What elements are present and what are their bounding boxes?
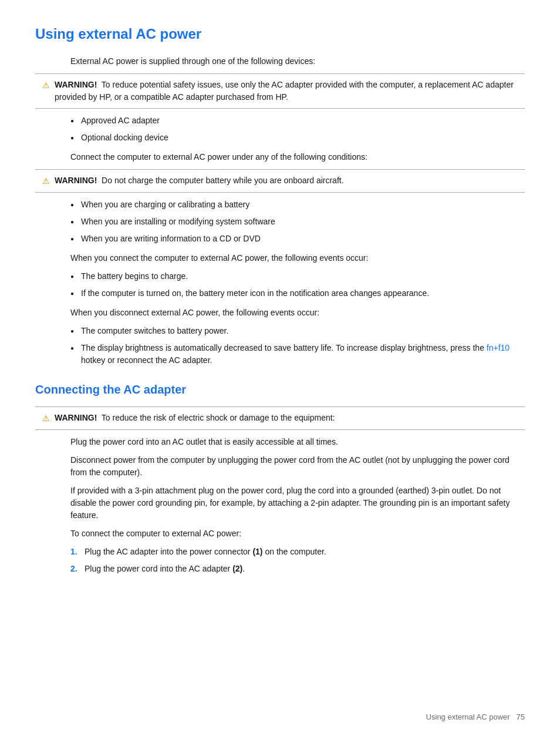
connect-intro-text: Connect the computer to external AC powe… bbox=[70, 151, 525, 163]
steps-list: 1. Plug the AC adapter into the power co… bbox=[70, 546, 525, 575]
warning-box-2: ⚠ WARNING! Do not charge the computer ba… bbox=[35, 169, 525, 193]
page-title: Using external AC power bbox=[35, 23, 525, 45]
step-2: 2. Plug the power cord into the AC adapt… bbox=[70, 563, 525, 575]
footer: Using external AC power 75 bbox=[426, 711, 525, 723]
list-item: The computer switches to battery power. bbox=[70, 325, 525, 337]
warning-text-3: WARNING! To reduce the risk of electric … bbox=[55, 412, 335, 424]
footer-text: Using external AC power bbox=[426, 713, 510, 721]
list-item: Optional docking device bbox=[70, 132, 525, 144]
list-item: If the computer is turned on, the batter… bbox=[70, 287, 525, 300]
warning-box-3: ⚠ WARNING! To reduce the risk of electri… bbox=[35, 406, 525, 430]
disconnect-events-list: The computer switches to battery power. … bbox=[70, 325, 525, 367]
warning-box-1: ⚠ WARNING! To reduce potential safety is… bbox=[35, 73, 525, 109]
plug-text-2: Disconnect power from the computer by un… bbox=[70, 454, 525, 479]
warning-icon-3: ⚠ bbox=[42, 412, 50, 425]
conditions-list: When you are charging or calibrating a b… bbox=[70, 199, 525, 245]
list-item: The display brightness is automatically … bbox=[70, 342, 525, 367]
connect-events-text: When you connect the computer to externa… bbox=[70, 252, 525, 264]
list-item: When you are charging or calibrating a b… bbox=[70, 199, 525, 211]
warning-text-1: WARNING! To reduce potential safety issu… bbox=[55, 79, 518, 103]
list-item: When you are writing information to a CD… bbox=[70, 233, 525, 245]
plug-text-1: Plug the power cord into an AC outlet th… bbox=[70, 436, 525, 448]
connect-steps-intro: To connect the computer to external AC p… bbox=[70, 527, 525, 540]
intro-text: External AC power is supplied through on… bbox=[70, 55, 525, 68]
warning-icon-2: ⚠ bbox=[42, 175, 50, 187]
disconnect-text: When you disconnect external AC power, t… bbox=[70, 307, 525, 319]
list-item: The battery begins to charge. bbox=[70, 270, 525, 283]
fn-f10-link[interactable]: fn+f10 bbox=[487, 343, 510, 352]
devices-list: Approved AC adapter Optional docking dev… bbox=[70, 115, 525, 144]
plug-text-3: If provided with a 3-pin attachment plug… bbox=[70, 485, 525, 522]
list-item: Approved AC adapter bbox=[70, 115, 525, 127]
footer-page: 75 bbox=[517, 713, 525, 721]
connect-events-list: The battery begins to charge. If the com… bbox=[70, 270, 525, 300]
step-1: 1. Plug the AC adapter into the power co… bbox=[70, 546, 525, 558]
section2-title: Connecting the AC adapter bbox=[35, 381, 525, 398]
list-item: When you are installing or modifying sys… bbox=[70, 216, 525, 228]
warning-text-2: WARNING! Do not charge the computer batt… bbox=[55, 174, 344, 187]
warning-icon-1: ⚠ bbox=[42, 79, 50, 92]
